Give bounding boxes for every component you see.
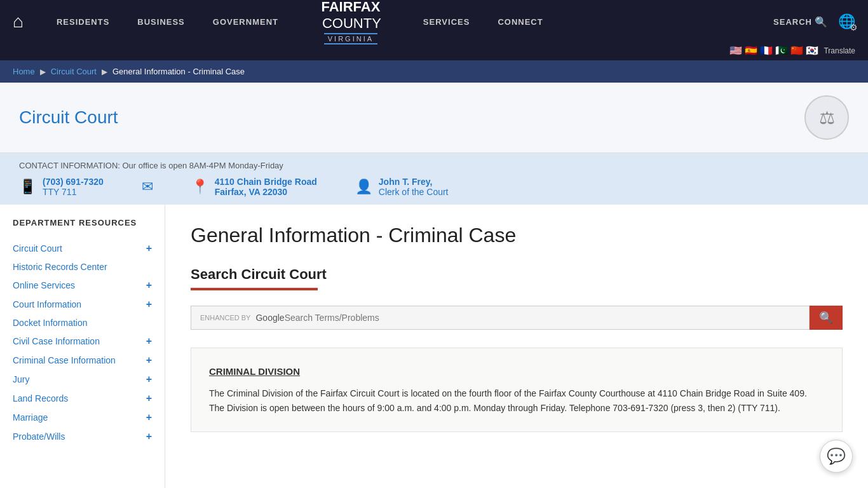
search-section-title: Search Circuit Court: [191, 266, 843, 283]
red-underline: [191, 288, 318, 290]
search-input[interactable]: [285, 313, 800, 323]
content-page-title: General Information - Criminal Case: [191, 224, 843, 247]
sidebar-item-court-information: Court Information +: [13, 295, 152, 314]
contact-email[interactable]: ✉: [142, 179, 153, 195]
sidebar-expand-criminal-case[interactable]: +: [146, 355, 152, 366]
breadcrumb-circuit-court[interactable]: Circuit Court: [51, 67, 97, 76]
sidebar-expand-probate-wills[interactable]: +: [146, 431, 152, 442]
tty-label: TTY 711: [43, 187, 104, 197]
search-button[interactable]: 🔍: [810, 306, 843, 330]
court-seal: ⚖: [804, 95, 849, 140]
contact-icons: 📱 (703) 691-7320 TTY 711 ✉ 📍 4110 Chain …: [19, 177, 849, 197]
sidebar-expand-court-information[interactable]: +: [146, 299, 152, 310]
breadcrumb: Home ▶ Circuit Court ▶ General Informati…: [0, 60, 868, 83]
contact-bar: CONTACT INFORMATION: Our office is open …: [0, 153, 868, 205]
division-text: The Criminal Division of the Fairfax Cir…: [209, 386, 824, 417]
flag-cn[interactable]: 🇨🇳: [790, 44, 803, 57]
search-icon: 🔍: [815, 16, 828, 28]
sidebar-link-historic-records[interactable]: Historic Records Center: [13, 262, 107, 272]
site-logo: FAIRFAX COUNTY VIRGINIA: [292, 0, 409, 44]
main-layout: DEPARTMENT RESOURCES Circuit Court + His…: [0, 205, 868, 488]
sidebar-link-criminal-case[interactable]: Criminal Case Information: [13, 355, 116, 365]
address-line2[interactable]: Fairfax, VA 22030: [215, 187, 317, 197]
sidebar-link-land-records[interactable]: Land Records: [13, 393, 68, 403]
sidebar-item-criminal-case: Criminal Case Information +: [13, 351, 152, 370]
nav-services[interactable]: SERVICES: [409, 17, 484, 27]
breadcrumb-home[interactable]: Home: [13, 67, 35, 76]
sidebar-expand-land-records[interactable]: +: [146, 393, 152, 404]
sidebar-item-land-records: Land Records +: [13, 389, 152, 408]
sidebar-item-probate-wills: Probate/Wills +: [13, 427, 152, 446]
main-content: General Information - Criminal Case Sear…: [165, 205, 868, 488]
person-icon: 👤: [355, 179, 372, 195]
sidebar-expand-civil-case[interactable]: +: [146, 336, 152, 347]
translate-text[interactable]: Translate: [824, 46, 855, 55]
nav-right: SEARCH 🔍 🌐 ⚙: [773, 13, 855, 30]
nav-connect[interactable]: CONNECT: [484, 17, 557, 27]
contact-info-title: CONTACT INFORMATION: Our office is open …: [19, 161, 849, 170]
sidebar-link-civil-case[interactable]: Civil Case Information: [13, 336, 100, 346]
nav-residents[interactable]: RESIDENTS: [43, 17, 123, 27]
clerk-name[interactable]: John T. Frey,: [379, 177, 449, 187]
contact-address: 📍 4110 Chain Bridge Road Fairfax, VA 220…: [191, 177, 317, 197]
flag-es[interactable]: 🇪🇸: [745, 44, 757, 57]
flag-pk[interactable]: 🇵🇰: [775, 44, 788, 57]
flag-us[interactable]: 🇺🇸: [729, 44, 742, 57]
breadcrumb-sep-2: ▶: [102, 67, 107, 76]
sidebar-item-marriage: Marriage +: [13, 408, 152, 427]
nav-business[interactable]: BUSINESS: [123, 17, 198, 27]
google-label: Google: [255, 313, 284, 323]
clerk-title: Clerk of the Court: [379, 187, 449, 197]
translate-bar: 🇺🇸 🇪🇸 🇫🇷 🇵🇰 🇨🇳 🇰🇷 Translate: [0, 43, 868, 60]
search-input-wrap: ENHANCED BY Google: [191, 306, 810, 330]
contact-phone: 📱 (703) 691-7320 TTY 711: [19, 177, 104, 197]
sidebar-link-docket-information[interactable]: Docket Information: [13, 318, 88, 328]
sidebar-expand-jury[interactable]: +: [146, 374, 152, 385]
page-header: Circuit Court ⚖: [0, 83, 868, 153]
logo-fairfax: FAIRFAX: [306, 0, 395, 15]
nav-items: RESIDENTS BUSINESS GOVERNMENT FAIRFAX CO…: [43, 0, 773, 44]
enhanced-label: ENHANCED BY: [200, 314, 250, 322]
logo-virginia: VIRGINIA: [324, 33, 377, 44]
contact-clerk: 👤 John T. Frey, Clerk of the Court: [355, 177, 449, 197]
sidebar-link-online-services[interactable]: Online Services: [13, 280, 75, 290]
language-globe[interactable]: 🌐 ⚙: [838, 13, 855, 30]
phone-number[interactable]: (703) 691-7320: [43, 177, 104, 187]
sidebar-link-marriage[interactable]: Marriage: [13, 412, 48, 423]
sidebar-item-civil-case: Civil Case Information +: [13, 332, 152, 351]
search-nav-item[interactable]: SEARCH 🔍: [773, 16, 828, 28]
search-label: SEARCH: [773, 17, 812, 27]
address-line1[interactable]: 4110 Chain Bridge Road: [215, 177, 317, 187]
sidebar-link-court-information[interactable]: Court Information: [13, 299, 81, 309]
gear-icon: ⚙: [850, 22, 858, 32]
division-title: CRIMINAL DIVISION: [209, 363, 824, 380]
flag-kr[interactable]: 🇰🇷: [806, 44, 818, 57]
sidebar-link-probate-wills[interactable]: Probate/Wills: [13, 431, 65, 442]
info-box: CRIMINAL DIVISION The Criminal Division …: [191, 348, 843, 432]
sidebar-title: DEPARTMENT RESOURCES: [13, 217, 152, 229]
sidebar-link-jury[interactable]: Jury: [13, 374, 29, 384]
sidebar-expand-marriage[interactable]: +: [146, 412, 152, 423]
sidebar-expand-online-services[interactable]: +: [146, 280, 152, 291]
flag-fr[interactable]: 🇫🇷: [760, 44, 773, 57]
sidebar: DEPARTMENT RESOURCES Circuit Court + His…: [0, 205, 165, 488]
seal-icon: ⚖: [819, 107, 835, 128]
email-icon: ✉: [142, 179, 153, 195]
address-icon: 📍: [191, 179, 208, 195]
page-title: Circuit Court: [19, 107, 118, 128]
search-box: ENHANCED BY Google 🔍: [191, 306, 843, 330]
phone-icon: 📱: [19, 179, 36, 195]
logo-county: COUNTY: [308, 15, 395, 32]
sidebar-item-circuit-court: Circuit Court +: [13, 239, 152, 258]
sidebar-expand-circuit-court[interactable]: +: [146, 243, 152, 254]
breadcrumb-current: General Information - Criminal Case: [112, 67, 245, 76]
sidebar-item-jury: Jury +: [13, 370, 152, 389]
sidebar-item-docket-information: Docket Information: [13, 314, 152, 332]
top-navigation: ⌂ RESIDENTS BUSINESS GOVERNMENT FAIRFAX …: [0, 0, 868, 43]
sidebar-item-historic-records: Historic Records Center: [13, 258, 152, 276]
sidebar-link-circuit-court[interactable]: Circuit Court: [13, 243, 62, 254]
chat-bubble[interactable]: 💬: [820, 440, 853, 473]
home-icon[interactable]: ⌂: [13, 11, 24, 32]
nav-government[interactable]: GOVERNMENT: [199, 17, 292, 27]
sidebar-item-online-services: Online Services +: [13, 276, 152, 295]
